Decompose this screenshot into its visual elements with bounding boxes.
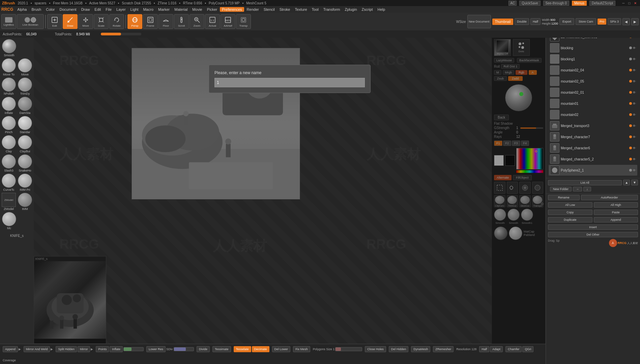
split-hidden-btn[interactable]: Split Hidden (56, 346, 77, 352)
brush-hpolish[interactable]: hPolish (1, 78, 16, 95)
polygons-slider[interactable] (335, 347, 362, 351)
menu-tool[interactable]: Tool (310, 7, 321, 12)
store-cam-btn[interactable]: Store Cam (576, 18, 596, 25)
next-arrow-btn[interactable]: ▶ (631, 18, 639, 25)
transp-btn[interactable]: Transp (236, 14, 251, 29)
subtool-item-3[interactable]: mountain02_04 👁 (549, 65, 637, 75)
subtool-eye-2[interactable]: 👁 (633, 57, 636, 61)
fix-mesh-btn[interactable]: Fix Mesh (293, 346, 310, 352)
menu-alpha[interactable]: Alpha (15, 7, 29, 12)
brush-imm[interactable]: IMM (18, 193, 32, 211)
paste-btn[interactable]: Paste (594, 210, 638, 215)
duplicate-btn[interactable]: Duplicate (548, 217, 592, 222)
rotate-btn[interactable]: Rotate (109, 14, 124, 29)
all-high-btn[interactable]: All High (594, 202, 638, 208)
subtool-eye-1[interactable]: 👁 (633, 46, 636, 50)
append-bottom-btn[interactable]: Append (3, 346, 18, 352)
spix-btn[interactable]: SPix 3 (608, 18, 621, 25)
close-btn[interactable]: ✕ (633, 1, 638, 5)
list-up-btn[interactable]: ▲ (623, 180, 630, 185)
brush-moveto[interactable]: Move To (1, 58, 16, 76)
half-btn-wsize[interactable]: Half (530, 18, 541, 25)
zremesher-btn[interactable]: ZRemesher (433, 346, 454, 352)
brush-move[interactable]: Move (18, 58, 32, 76)
menu-layer[interactable]: Layer (114, 7, 128, 12)
menu-marker[interactable]: Marker (156, 7, 172, 12)
maximize-btn[interactable]: □ (627, 1, 632, 5)
minimize-btn[interactable]: ─ (621, 1, 626, 5)
divide-btn[interactable]: Divide (197, 346, 210, 352)
list-all-btn[interactable]: List All (548, 180, 622, 185)
pro-btn[interactable]: Pro (598, 19, 606, 25)
subtool-item-8[interactable]: Merged_transport3 👁 (549, 120, 637, 131)
new-folder-down-btn[interactable]: ↓ (583, 187, 591, 191)
menu-document[interactable]: Document (58, 7, 79, 12)
inflate-slider[interactable] (123, 347, 144, 351)
close-holes-btn[interactable]: Close Holes (365, 346, 386, 352)
menu-preferences[interactable]: Preferences (220, 7, 244, 12)
menu-light[interactable]: Light (128, 7, 141, 12)
new-folder-arrow-btn[interactable]: → (573, 187, 582, 191)
default-zscript-btn[interactable]: DefaultZScript (589, 1, 615, 6)
new-document-btn[interactable]: New Document (467, 15, 491, 28)
auto-reorder-btn[interactable]: AutoReorder (581, 195, 638, 200)
new-folder-btn[interactable]: New Folder (550, 187, 572, 191)
list-down-btn[interactable]: ▼ (631, 180, 638, 185)
menu-texture[interactable]: Texture (293, 7, 309, 12)
draw-btn[interactable]: Draw (63, 14, 78, 29)
sdiv-slider[interactable] (174, 347, 194, 351)
scroll-btn[interactable]: Scroll (174, 14, 189, 29)
brush-pinch[interactable]: Pinch (1, 116, 16, 134)
floor-btn[interactable]: Floor (158, 14, 173, 29)
insert-btn[interactable]: Insert (548, 224, 638, 230)
ac-shortcut[interactable]: AC (508, 1, 517, 6)
see-through-btn[interactable]: See-through 0 (543, 1, 569, 6)
rename-btn[interactable]: Rename (548, 195, 580, 200)
zoom-btn[interactable]: Zoom (190, 14, 204, 29)
subtool-item-7[interactable]: mountain02 👁 (549, 109, 637, 120)
del-lower-btn[interactable]: Del Lower (272, 346, 291, 352)
brush-zmodel[interactable]: ZModel ZModel (1, 193, 16, 211)
frame-btn[interactable]: Frame (143, 14, 158, 29)
brush-trimdy[interactable]: TrimDy (18, 78, 32, 95)
subtool-item-10[interactable]: Merged_character6 👁 (549, 143, 637, 153)
subtool-item-5[interactable]: mountain02_01 👁 (549, 87, 637, 98)
menu-material[interactable]: Material (172, 7, 190, 12)
menus-btn[interactable]: Menus (572, 1, 587, 6)
menu-stencil[interactable]: Stencil (262, 7, 277, 12)
menu-brush[interactable]: Brush (29, 7, 43, 12)
brush-mc[interactable]: Mc (1, 212, 17, 230)
tesselate-btn[interactable]: Tesselate (234, 346, 251, 352)
lightbox-btn[interactable]: LightBox (1, 14, 16, 29)
del-hidden-btn[interactable]: Del Hidden (389, 346, 409, 352)
quick-save-btn[interactable]: QuickSave (519, 1, 540, 6)
prev-arrow-btn[interactable]: ◀ (622, 18, 630, 25)
brush-claybui[interactable]: ClayBui (18, 135, 32, 153)
live-boolean-btn[interactable]: Live Boolean (17, 14, 44, 29)
decimate-btn[interactable]: Decimate (252, 346, 269, 352)
all-low-btn[interactable]: All Low (548, 202, 592, 208)
subtool-item-9[interactable]: Merged_character7 👁 (549, 131, 637, 142)
half-bottom-btn[interactable]: Half (479, 346, 489, 352)
brush-inflate[interactable]: Inflate (1, 97, 16, 115)
del-other-btn[interactable]: Del Other (548, 232, 638, 237)
dynamesh-btn[interactable]: DynaMesh (411, 346, 430, 352)
mirror-weld-btn[interactable]: Mirror And Weld (24, 346, 50, 352)
qgrid-btn[interactable]: QGri (522, 346, 533, 352)
menu-movie[interactable]: Movie (190, 7, 204, 12)
menu-zscript[interactable]: Zscript (360, 7, 375, 12)
double-btn[interactable]: Double (515, 18, 529, 25)
chamfer-btn[interactable]: Chamfer (505, 346, 522, 352)
menu-macro[interactable]: Macro (141, 7, 155, 12)
persp-btn[interactable]: Persp (127, 14, 142, 29)
brush-standar[interactable]: Standar (18, 116, 32, 134)
menu-render[interactable]: Render (245, 7, 261, 12)
menu-zplugin[interactable]: Zplugin (343, 7, 359, 12)
brush-curvetc[interactable]: CurveTc (1, 174, 16, 191)
menu-stroke[interactable]: Stroke (278, 7, 292, 12)
points-btn[interactable]: Points (96, 346, 109, 352)
lower-res-btn[interactable]: Lower Res (146, 346, 166, 352)
brush-snakeho[interactable]: SnakeHo (18, 154, 32, 172)
brush-imm-pri[interactable]: IMM Pri (18, 174, 32, 191)
menu-edit[interactable]: Edit (92, 7, 103, 12)
